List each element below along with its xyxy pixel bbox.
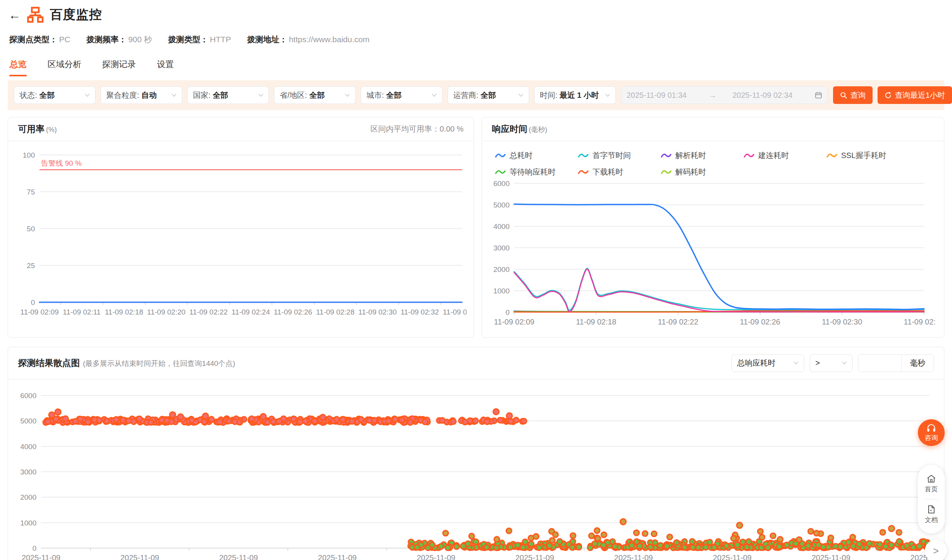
scatter-metric-select[interactable]: 总响应耗时 bbox=[731, 354, 804, 372]
svg-text:6000: 6000 bbox=[20, 392, 36, 400]
filter-city-select[interactable]: 城市:全部 bbox=[361, 86, 442, 104]
legend-item-3[interactable]: 建连耗时 bbox=[744, 150, 827, 161]
date-start: 2025-11-09 01:34 bbox=[627, 91, 703, 100]
threshold-unit-label: 毫秒 bbox=[901, 355, 934, 372]
legend-item-6[interactable]: 下载耗时 bbox=[578, 167, 661, 177]
svg-text:11-09 02:32: 11-09 02:32 bbox=[401, 308, 439, 316]
legend-item-2[interactable]: 解析耗时 bbox=[661, 150, 744, 161]
response-time-card: 响应时间(毫秒) 总耗时首字节时间解析耗时建连耗时SSL握手耗时等待响应耗时下载… bbox=[482, 117, 944, 338]
tab-overview[interactable]: 总览 bbox=[9, 59, 27, 76]
svg-text:50: 50 bbox=[27, 225, 35, 233]
scatter-controls: 总响应耗时 > 毫秒 bbox=[731, 354, 934, 372]
svg-text:告警线 90 %: 告警线 90 % bbox=[41, 159, 82, 167]
date-range-picker[interactable]: 2025-11-09 01:34 → 2025-11-09 02:34 bbox=[621, 86, 828, 104]
filter-bar: 状态:全部 聚合粒度:自动 国家:全部 省/地区:全部 城市:全部 运营商:全部… bbox=[8, 80, 944, 110]
probe-result-scatter-chart[interactable]: 01000200030004000500060002025-11-092025-… bbox=[16, 384, 937, 560]
svg-text:11-09 02:34: 11-09 02:34 bbox=[904, 318, 936, 326]
svg-text:11-09 02:30: 11-09 02:30 bbox=[822, 318, 862, 326]
wave-line-icon bbox=[578, 169, 589, 175]
svg-text:0: 0 bbox=[32, 544, 36, 552]
svg-text:11-09 02:22: 11-09 02:22 bbox=[658, 318, 698, 326]
tab-probe-records[interactable]: 探测记录 bbox=[102, 59, 136, 76]
wave-line-icon bbox=[578, 152, 589, 159]
page-title: 百度监控 bbox=[50, 6, 102, 23]
svg-text:2025-11-09: 2025-11-09 bbox=[318, 553, 357, 560]
filter-time-select[interactable]: 时间:最近 1 小时 bbox=[534, 86, 616, 104]
legend-item-7[interactable]: 解码耗时 bbox=[661, 167, 744, 177]
wave-line-icon bbox=[744, 152, 754, 159]
meta-target-url: 拨测地址：https://www.baidu.com bbox=[247, 34, 370, 45]
svg-text:1000: 1000 bbox=[493, 287, 510, 295]
availability-card-header: 可用率(%) 区间内平均可用率：0.00 % bbox=[8, 117, 474, 141]
availability-line-chart[interactable]: 025507510011-09 02:0911-09 02:1111-09 02… bbox=[16, 144, 467, 328]
scatter-subtitle: (最多展示从结束时间开始，往回查询1440个点) bbox=[83, 359, 235, 369]
filter-status-select[interactable]: 状态:全部 bbox=[14, 86, 96, 104]
meta-probe-type: 探测点类型：PC bbox=[9, 34, 70, 45]
scatter-threshold-input[interactable] bbox=[858, 355, 901, 372]
chevron-down-icon bbox=[432, 94, 437, 97]
filter-country-select[interactable]: 国家:全部 bbox=[187, 86, 269, 104]
svg-text:11-09 02:24: 11-09 02:24 bbox=[231, 308, 270, 316]
chevron-down-icon bbox=[85, 94, 90, 97]
response-card-header: 响应时间(毫秒) bbox=[482, 117, 944, 141]
query-recent-hour-button[interactable]: 查询最近1小时 bbox=[878, 86, 952, 104]
filter-isp-select[interactable]: 运营商:全部 bbox=[447, 86, 529, 104]
svg-text:25: 25 bbox=[27, 262, 35, 270]
filter-province-select[interactable]: 省/地区:全部 bbox=[274, 86, 356, 104]
legend-item-0[interactable]: 总耗时 bbox=[495, 150, 578, 161]
chevron-right-icon: > bbox=[933, 545, 939, 557]
legend-item-1[interactable]: 首字节时间 bbox=[578, 150, 661, 161]
consult-fab[interactable]: 咨询 bbox=[918, 419, 945, 446]
svg-text:75: 75 bbox=[27, 188, 35, 196]
chevron-down-icon bbox=[518, 94, 523, 97]
headset-icon bbox=[926, 423, 936, 433]
svg-text:2025-11-09: 2025-11-09 bbox=[515, 553, 554, 560]
svg-text:0: 0 bbox=[505, 308, 510, 316]
divider bbox=[924, 499, 939, 499]
docs-link[interactable]: 文档 bbox=[925, 502, 938, 527]
chevron-down-icon bbox=[345, 94, 350, 97]
svg-text:11-09 02:22: 11-09 02:22 bbox=[189, 308, 228, 316]
legend-item-4[interactable]: SSL握手耗时 bbox=[827, 150, 909, 161]
home-link[interactable]: 首页 bbox=[925, 472, 938, 496]
home-icon bbox=[926, 474, 936, 483]
tab-settings[interactable]: 设置 bbox=[157, 59, 174, 76]
search-icon bbox=[840, 92, 847, 99]
chevron-down-icon bbox=[172, 94, 177, 97]
tab-bar: 总览 区域分析 探测记录 设置 bbox=[0, 59, 952, 76]
wave-line-icon bbox=[827, 152, 837, 159]
svg-text:11-09 02:18: 11-09 02:18 bbox=[576, 318, 616, 326]
svg-text:11-09 02:18: 11-09 02:18 bbox=[105, 308, 143, 316]
app-logo-sitemap-icon bbox=[27, 7, 44, 23]
wave-line-icon bbox=[495, 169, 506, 175]
expand-panel-button[interactable]: > bbox=[925, 540, 947, 560]
back-icon[interactable]: ← bbox=[8, 9, 21, 21]
page: ← 百度监控 探测点类型：PC 拨测频率：900 秒 拨测类型：HTTP 拨测地… bbox=[0, 0, 952, 560]
charts-row: 可用率(%) 区间内平均可用率：0.00 % 025507510011-09 0… bbox=[8, 117, 944, 338]
document-icon bbox=[927, 505, 936, 514]
response-time-line-chart[interactable]: 010002000300040005000600011-09 02:0911-0… bbox=[491, 177, 936, 336]
tab-region-analysis[interactable]: 区域分析 bbox=[48, 59, 81, 76]
svg-text:2025-11-09: 2025-11-09 bbox=[120, 553, 159, 560]
svg-text:2000: 2000 bbox=[493, 265, 510, 273]
svg-text:5000: 5000 bbox=[20, 417, 36, 425]
legend-item-5[interactable]: 等待响应耗时 bbox=[495, 167, 578, 177]
svg-text:11-09 02:09: 11-09 02:09 bbox=[494, 318, 534, 326]
svg-text:11-09 02:26: 11-09 02:26 bbox=[740, 318, 780, 326]
scatter-operator-select[interactable]: > bbox=[810, 354, 853, 372]
chevron-down-icon bbox=[605, 94, 610, 97]
active-tab-indicator bbox=[9, 75, 27, 76]
svg-text:11-09 02:20: 11-09 02:20 bbox=[147, 308, 185, 316]
svg-text:2025-11-09: 2025-11-09 bbox=[417, 553, 455, 560]
availability-card: 可用率(%) 区间内平均可用率：0.00 % 025507510011-09 0… bbox=[8, 117, 474, 338]
query-button[interactable]: 查询 bbox=[833, 86, 873, 104]
svg-text:11-09 02:26: 11-09 02:26 bbox=[274, 308, 312, 316]
scatter-title: 探测结果散点图 bbox=[18, 357, 80, 369]
chevron-down-icon bbox=[842, 361, 847, 365]
svg-text:11-09 02:09: 11-09 02:09 bbox=[20, 308, 59, 316]
svg-text:6000: 6000 bbox=[493, 180, 510, 188]
refresh-icon bbox=[884, 92, 892, 99]
response-title: 响应时间(毫秒) bbox=[492, 123, 547, 135]
filter-granularity-select[interactable]: 聚合粒度:自动 bbox=[101, 86, 182, 104]
arrow-right-icon: → bbox=[709, 91, 716, 100]
